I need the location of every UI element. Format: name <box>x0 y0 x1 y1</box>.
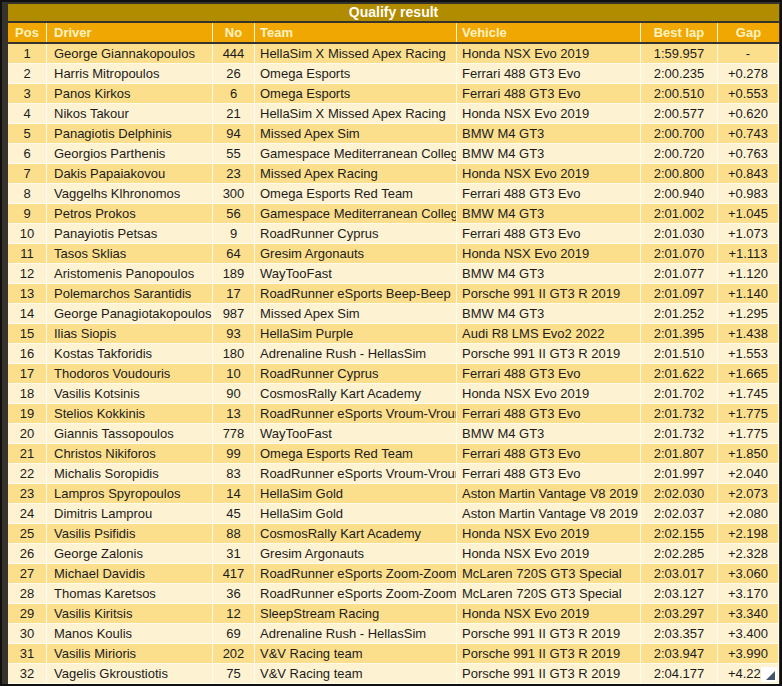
no-cell: 13 <box>213 404 255 424</box>
vehicle-cell: BMW M4 GT3 <box>457 144 641 164</box>
driver-cell: George Zalonis <box>47 544 213 564</box>
vehicle-cell: McLaren 720S GT3 Special <box>457 584 641 604</box>
team-cell: RoadRunner eSports Beep-Beep <box>255 284 457 304</box>
driver-cell: George Panagiotakopoulos <box>47 304 213 324</box>
vehicle-cell: Porsche 991 II GT3 R 2019 <box>457 664 641 684</box>
no-cell: 6 <box>213 84 255 104</box>
driver-cell: Manos Koulis <box>47 624 213 644</box>
gap-cell: +0.553 <box>718 84 779 104</box>
team-cell: Omega Esports <box>255 64 457 84</box>
pos-cell: 14 <box>8 304 47 324</box>
resize-corner-triangle-icon <box>766 671 775 680</box>
driver-cell: Giannis Tassopoulos <box>47 424 213 444</box>
bestlap-cell: 2:02.030 <box>641 484 718 504</box>
vehicle-cell: Honda NSX Evo 2019 <box>457 544 641 564</box>
gap-cell: +1.775 <box>718 404 779 424</box>
team-cell: Gresim Argonauts <box>255 244 457 264</box>
pos-cell: 26 <box>8 544 47 564</box>
pos-cell: 30 <box>8 624 47 644</box>
bestlap-cell: 2:03.127 <box>641 584 718 604</box>
driver-cell: Polemarchos Sarantidis <box>47 284 213 304</box>
vehicle-cell: Ferrari 488 GT3 Evo <box>457 444 641 464</box>
team-cell: V&V Racing team <box>255 644 457 664</box>
pos-cell: 2 <box>8 64 47 84</box>
pos-cell: 3 <box>8 84 47 104</box>
table-row: 28 Thomas Karetsos 36 RoadRunner eSports… <box>8 584 779 604</box>
team-cell: Omega Esports <box>255 84 457 104</box>
bestlap-cell: 2:03.357 <box>641 624 718 644</box>
vehicle-cell: BMW M4 GT3 <box>457 304 641 324</box>
table-body: 1 George Giannakopoulos 444 HellaSim X M… <box>8 44 779 684</box>
driver-cell: Georgios Parthenis <box>47 144 213 164</box>
vehicle-cell: Ferrari 488 GT3 Evo <box>457 184 641 204</box>
no-cell: 31 <box>213 544 255 564</box>
driver-cell: Harris Mitropoulos <box>47 64 213 84</box>
bestlap-cell: 2:03.017 <box>641 564 718 584</box>
pos-cell: 15 <box>8 324 47 344</box>
no-cell: 180 <box>213 344 255 364</box>
gap-cell: +1.045 <box>718 204 779 224</box>
outer-frame: Qualify result Pos Driver No Team Vehicl… <box>0 0 782 686</box>
vehicle-cell: Ferrari 488 GT3 Evo <box>457 464 641 484</box>
gap-cell: +1.120 <box>718 264 779 284</box>
gap-cell: +3.400 <box>718 624 779 644</box>
table-row: 26 George Zalonis 31 Gresim Argonauts Ho… <box>8 544 779 564</box>
no-cell: 56 <box>213 204 255 224</box>
bestlap-cell: 2:00.700 <box>641 124 718 144</box>
vehicle-cell: BMW M4 GT3 <box>457 424 641 444</box>
team-cell: Gamespace Mediterranean College <box>255 144 457 164</box>
gap-cell: +1.113 <box>718 244 779 264</box>
bestlap-cell: 2:01.030 <box>641 224 718 244</box>
team-cell: HellaSim Purple <box>255 324 457 344</box>
pos-cell: 29 <box>8 604 47 624</box>
bestlap-cell: 2:00.720 <box>641 144 718 164</box>
pos-cell: 11 <box>8 244 47 264</box>
bestlap-cell: 2:00.235 <box>641 64 718 84</box>
no-cell: 55 <box>213 144 255 164</box>
driver-cell: Aristomenis Panopoulos <box>47 264 213 284</box>
pos-cell: 6 <box>8 144 47 164</box>
table-row: 23 Lampros Spyropoulos 14 HellaSim Gold … <box>8 484 779 504</box>
team-cell: Adrenaline Rush - HellasSim <box>255 624 457 644</box>
bestlap-cell: 1:59.957 <box>641 44 718 64</box>
no-cell: 987 <box>213 304 255 324</box>
bestlap-cell: 2:01.510 <box>641 344 718 364</box>
team-cell: Gresim Argonauts <box>255 544 457 564</box>
pos-cell: 20 <box>8 424 47 444</box>
pos-cell: 25 <box>8 524 47 544</box>
team-cell: Gamespace Mediterranean College <box>255 204 457 224</box>
gap-cell: +1.140 <box>718 284 779 304</box>
no-cell: 45 <box>213 504 255 524</box>
bestlap-cell: 2:01.097 <box>641 284 718 304</box>
vehicle-cell: Porsche 991 II GT3 R 2019 <box>457 644 641 664</box>
table-row: 15 Ilias Siopis 93 HellaSim Purple Audi … <box>8 324 779 344</box>
team-cell: CosmosRally Kart Academy <box>255 384 457 404</box>
no-cell: 14 <box>213 484 255 504</box>
bestlap-cell: 2:00.800 <box>641 164 718 184</box>
resize-handle[interactable] <box>761 667 777 682</box>
driver-cell: Thomas Karetsos <box>47 584 213 604</box>
table-row: 8 Vaggelhs Klhronomos 300 Omega Esports … <box>8 184 779 204</box>
gap-cell: +2.328 <box>718 544 779 564</box>
bestlap-cell: 2:04.177 <box>641 664 718 684</box>
no-cell: 83 <box>213 464 255 484</box>
bestlap-cell: 2:00.940 <box>641 184 718 204</box>
team-cell: Omega Esports Red Team <box>255 444 457 464</box>
no-cell: 444 <box>213 44 255 64</box>
pos-cell: 1 <box>8 44 47 64</box>
driver-cell: Vasilis Kotsinis <box>47 384 213 404</box>
no-cell: 12 <box>213 604 255 624</box>
no-cell: 90 <box>213 384 255 404</box>
table-row: 14 George Panagiotakopoulos 987 Missed A… <box>8 304 779 324</box>
no-cell: 778 <box>213 424 255 444</box>
gap-cell: +1.438 <box>718 324 779 344</box>
vehicle-cell: Aston Martin Vantage V8 2019 <box>457 504 641 524</box>
vehicle-cell: Audi R8 LMS Evo2 2022 <box>457 324 641 344</box>
table-row: 12 Aristomenis Panopoulos 189 WayTooFast… <box>8 264 779 284</box>
vehicle-cell: BMW M4 GT3 <box>457 204 641 224</box>
gap-cell: +2.080 <box>718 504 779 524</box>
no-cell: 189 <box>213 264 255 284</box>
no-cell: 94 <box>213 124 255 144</box>
table-row: 3 Panos Kirkos 6 Omega Esports Ferrari 4… <box>8 84 779 104</box>
no-cell: 23 <box>213 164 255 184</box>
